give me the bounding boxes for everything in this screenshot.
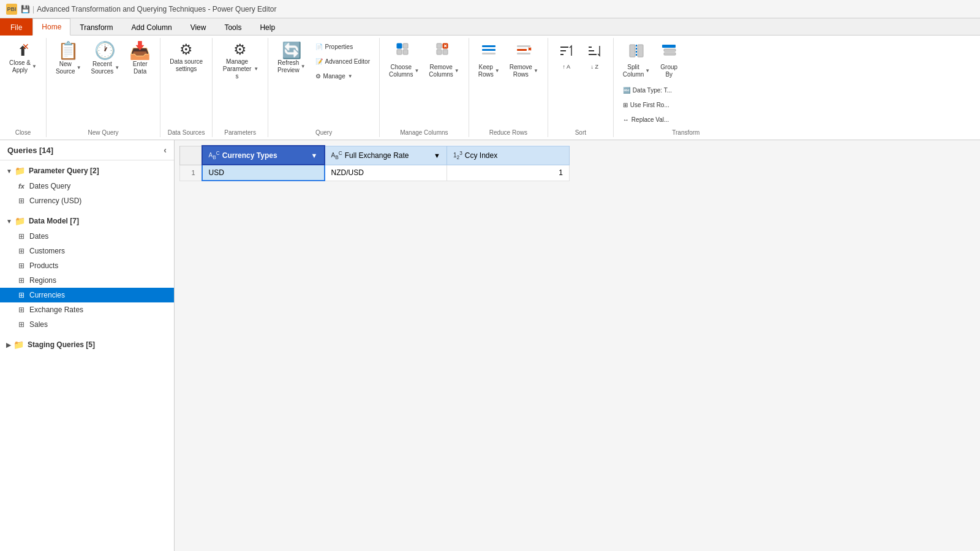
table-icon-regions: ⊞ (18, 276, 24, 285)
group-by-button[interactable]: GroupBy (655, 39, 682, 81)
choose-columns-button[interactable]: ChooseColumns ▼ (385, 39, 423, 81)
save-icon[interactable]: 💾 (21, 5, 30, 13)
expand-icon-staging-queries: ▶ (6, 342, 11, 348)
sidebar-collapse-button[interactable]: ‹ (164, 145, 167, 155)
new-source-button[interactable]: 📋 NewSource ▼ (51, 39, 86, 78)
advanced-editor-button[interactable]: 📝 Advanced Editor (311, 55, 374, 69)
split-column-button[interactable]: SplitColumn ▼ (619, 39, 654, 81)
table-icon-exchange-rates: ⊞ (18, 305, 24, 314)
sort-desc-button[interactable]: ↓ Z (581, 39, 608, 73)
properties-icon: 📄 (315, 43, 323, 51)
sidebar-item-sales[interactable]: ⊞ Sales (0, 317, 174, 332)
sidebar-item-label-sales: Sales (29, 320, 48, 329)
tab-help[interactable]: Help (251, 18, 284, 36)
advanced-editor-icon: 📝 (315, 58, 323, 66)
col-header-inner-currency-types: ABC Currency Types ▼ (209, 150, 318, 160)
sidebar-item-regions[interactable]: ⊞ Regions (0, 273, 174, 288)
col-header-currency-types[interactable]: ABC Currency Types ▼ (202, 146, 325, 165)
use-first-row-icon: ⊞ (623, 102, 628, 109)
sidebar-group-header-data-model[interactable]: ▼ 📁 Data Model [7] (0, 213, 174, 229)
tab-add-column[interactable]: Add Column (123, 18, 181, 36)
remove-columns-label: RemoveColumns ▼ (429, 64, 459, 78)
sidebar-group-header-parameter-query[interactable]: ▼ 📁 Parameter Query [2] (0, 163, 174, 179)
sidebar-item-customers[interactable]: ⊞ Customers (0, 244, 174, 258)
tab-tools[interactable]: Tools (215, 18, 251, 36)
sidebar-item-label-currencies: Currencies (29, 291, 65, 299)
group-label-close: Close (5, 127, 41, 136)
sidebar-item-label-exchange-rates: Exchange Rates (29, 305, 83, 314)
replace-values-button[interactable]: ↔ Replace Val... (619, 113, 692, 127)
sidebar-item-currencies[interactable]: ⊞ Currencies (0, 288, 174, 302)
col-filter-icon-currency-types[interactable]: ▼ (311, 152, 318, 159)
group-by-label: GroupBy (660, 64, 677, 78)
data-source-settings-label: Data sourcesettings (170, 58, 203, 73)
ribbon-group-close: ⬆ ✕ Close &Apply ▼ Close (0, 38, 47, 137)
group-label-sort: Sort (553, 127, 608, 136)
sidebar-item-products[interactable]: ⊞ Products (0, 258, 174, 273)
manage-button[interactable]: ⚙ Manage ▼ (311, 70, 374, 83)
col-header-ccy-index[interactable]: 123 Ccy Index (447, 146, 570, 165)
title-bar: PBI 💾 | Advanced Transformation and Quer… (0, 0, 980, 18)
svg-rect-10 (482, 45, 496, 47)
group-label-manage-columns: Manage Columns (385, 127, 464, 136)
sidebar-item-label-regions: Regions (29, 276, 56, 285)
group-label-new-query: New Query (51, 127, 155, 136)
svg-rect-29 (664, 53, 676, 55)
manage-label: Manage (323, 73, 345, 80)
data-source-settings-icon: ⚙ (179, 42, 193, 57)
ribbon-tabs: File Home Transform Add Column View Tool… (0, 18, 980, 36)
table-icon-products: ⊞ (18, 261, 24, 270)
main-layout: Queries [14] ‹ ▼ 📁 Parameter Query [2] f… (0, 140, 980, 551)
svg-rect-11 (482, 49, 496, 51)
group-label-parameters: Parameters (217, 127, 263, 136)
col-type-icon-currency-types: ABC (209, 150, 220, 160)
close-apply-button[interactable]: ⬆ ✕ Close &Apply ▼ (5, 39, 41, 77)
use-first-row-button[interactable]: ⊞ Use First Ro... (619, 99, 692, 112)
remove-rows-button[interactable]: RemoveRows ▼ (505, 39, 543, 81)
sidebar-item-dates-query[interactable]: fx Dates Query (0, 179, 174, 193)
recent-sources-button[interactable]: 🕐 RecentSources ▼ (87, 39, 124, 78)
data-type-button[interactable]: 🔤 Data Type: T... (619, 84, 692, 97)
data-table: ABC Currency Types ▼ ABC Full Exchange R… (179, 145, 570, 181)
close-apply-icon: ⬆ ✕ (17, 42, 28, 58)
cell-currency-types-1[interactable]: USD (202, 165, 325, 181)
sort-asc-button[interactable]: ↑ A (553, 39, 580, 73)
col-header-full-exchange-rate[interactable]: ABC Full Exchange Rate ▼ (325, 146, 447, 165)
tab-transform[interactable]: Transform (70, 18, 122, 36)
sidebar-group-parameter-query: ▼ 📁 Parameter Query [2] fx Dates Query ⊞… (0, 160, 174, 211)
tab-file[interactable]: File (0, 18, 32, 36)
cell-ccy-index-1[interactable]: 1 (447, 165, 570, 181)
table-icon-currencies: ⊞ (18, 291, 24, 299)
manage-parameters-label: ManageParameters ▼ (222, 58, 258, 80)
close-apply-label: Close &Apply ▼ (9, 59, 37, 74)
refresh-preview-button[interactable]: 🔄 RefreshPreview ▼ (273, 39, 310, 77)
table-icon-dates: ⊞ (18, 232, 24, 241)
enter-data-label: EnterData (133, 61, 148, 75)
tab-home[interactable]: Home (32, 18, 70, 36)
col-header-inner-full-exchange-rate: ABC Full Exchange Rate ▼ (331, 150, 441, 160)
folder-icon-staging-queries: 📁 (13, 340, 24, 350)
sidebar-item-dates[interactable]: ⊞ Dates (0, 229, 174, 244)
enter-data-button[interactable]: 📥 EnterData (125, 39, 155, 78)
group-label-query: Query (273, 127, 374, 136)
ribbon-group-sort: ↑ A ↓ Z Sort (548, 38, 614, 137)
ribbon-group-data-sources: ⚙ Data sourcesettings Data Sources (160, 38, 213, 137)
col-filter-icon-full-exchange-rate[interactable]: ▼ (434, 152, 440, 159)
properties-button[interactable]: 📄 Properties (311, 40, 374, 54)
sidebar-item-currency-usd[interactable]: ⊞ Currency (USD) (0, 193, 174, 208)
sidebar-group-header-staging-queries[interactable]: ▶ 📁 Staging Queries [5] (0, 337, 174, 353)
col-label-ccy-index: Ccy Index (465, 151, 497, 160)
manage-parameters-button[interactable]: ⚙ ManageParameters ▼ (217, 39, 263, 83)
group-label-reduce-rows: Reduce Rows (474, 127, 543, 136)
data-source-settings-button[interactable]: ⚙ Data sourcesettings (165, 39, 207, 76)
cell-full-exchange-rate-1[interactable]: NZD/USD (325, 165, 447, 181)
replace-values-label: Replace Val... (631, 116, 669, 124)
keep-rows-button[interactable]: KeepRows ▼ (474, 39, 504, 81)
tab-view[interactable]: View (181, 18, 216, 36)
sidebar-item-exchange-rates[interactable]: ⊞ Exchange Rates (0, 302, 174, 317)
replace-values-icon: ↔ (623, 116, 629, 124)
remove-columns-button[interactable]: RemoveColumns ▼ (424, 39, 463, 81)
choose-columns-icon (396, 42, 413, 62)
fx-icon-dates: fx (18, 182, 24, 190)
svg-rect-28 (664, 49, 676, 51)
